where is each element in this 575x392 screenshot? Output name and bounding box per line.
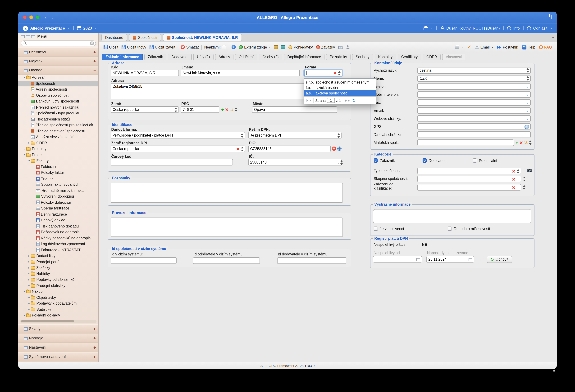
form-tab[interactable]: Certifikáty xyxy=(398,53,421,60)
document-tab[interactable]: Společnost: NEWLINK MORAVIA, S.R xyxy=(163,34,242,41)
sidebar-item[interactable]: ▸ Poptávky od zákazníků xyxy=(18,277,98,283)
form-tab[interactable]: Základní informace xyxy=(102,53,143,60)
sidebar-item[interactable]: ▸ GDPR xyxy=(18,140,98,146)
sidebar-item[interactable]: Bankovní účty společností xyxy=(18,98,98,104)
zoom-window-button[interactable] xyxy=(36,15,40,19)
category-checkbox[interactable] xyxy=(423,158,427,163)
collapse-panel-button[interactable]: « xyxy=(552,35,554,40)
stepper-icon[interactable] xyxy=(337,133,340,138)
dropdown-option[interactable]: s.r.o. společnost s ručením omezeným xyxy=(304,79,376,85)
stepper-icon[interactable] xyxy=(175,108,177,112)
info-button[interactable]: Info xyxy=(513,26,520,30)
category-checkbox[interactable] xyxy=(374,158,378,163)
camera-icon[interactable] xyxy=(527,169,532,172)
clear-icon[interactable] xyxy=(519,141,523,144)
sidebar-item[interactable]: ▸ Prodejní portál xyxy=(18,259,98,265)
category-expander[interactable]: + xyxy=(94,345,96,350)
mail-button[interactable] xyxy=(336,43,344,51)
sidebar-item[interactable]: ▸ Zakázky xyxy=(18,265,98,271)
search-icon[interactable] xyxy=(230,108,234,111)
last-page-button[interactable] xyxy=(348,99,350,102)
faq-button[interactable]: FAQ xyxy=(538,43,553,51)
sidebar-item[interactable]: Tisk daňového dokladu xyxy=(18,223,98,229)
external-sources-button[interactable]: Externí zdroje xyxy=(238,43,273,51)
sidebar-item[interactable]: Položky dobropisů xyxy=(18,199,98,205)
sidebar-item[interactable]: ▸ Produkty xyxy=(18,146,98,152)
sidebar-item[interactable]: Fakturace xyxy=(18,164,98,170)
sidebar-item[interactable]: Osoby u společností xyxy=(18,92,98,98)
sidebar-item[interactable]: ▸ Nabídky xyxy=(18,271,98,277)
stepper-icon[interactable] xyxy=(517,169,520,173)
contact-field[interactable] xyxy=(417,107,531,114)
prev-page-button[interactable] xyxy=(310,99,311,102)
refresh-icon[interactable]: ↻ xyxy=(352,98,356,103)
sidebar-item[interactable]: Tisk faktur xyxy=(18,175,98,181)
search-icon[interactable] xyxy=(524,141,528,144)
stepper-icon[interactable] xyxy=(241,133,244,138)
payables-button[interactable]: Závazky xyxy=(314,43,336,51)
sidebar-item[interactable]: ▸ Prodejní statistiky xyxy=(18,283,98,288)
clear-icon[interactable] xyxy=(512,177,515,181)
sidebar-item[interactable]: Položky faktur xyxy=(18,170,98,175)
category-expander[interactable]: + xyxy=(94,354,96,359)
contact-field[interactable] xyxy=(417,91,531,98)
calendar-icon[interactable] xyxy=(469,258,472,261)
add-icon[interactable] xyxy=(221,108,224,111)
sidebar-item[interactable]: ▾ Nákup xyxy=(18,288,98,294)
sidebar-item[interactable]: Přehled společností pro zasílací ak xyxy=(18,122,98,128)
contact-field[interactable]: CZK xyxy=(417,75,531,82)
category-expander[interactable]: + xyxy=(94,50,96,54)
sidebar-item[interactable]: Účetnictví + xyxy=(18,47,98,57)
current-user[interactable]: Dušan Koutný [ROOT] (Dusan) xyxy=(446,26,500,30)
skupina-input[interactable] xyxy=(417,176,521,182)
logout-button[interactable]: Odhlásit xyxy=(533,26,547,30)
sidebar-item[interactable]: Soupis faktur vydaných xyxy=(18,181,98,188)
rezim-dph-select[interactable]: Je předmětem DPH xyxy=(248,132,341,138)
poznamky-textarea[interactable] xyxy=(111,183,343,203)
first-page-button[interactable] xyxy=(306,99,308,102)
sidebar-category[interactable]: Nástroje + xyxy=(18,333,98,343)
zeme-registrace-select[interactable]: Česká republika xyxy=(111,146,245,152)
mlcenlivost-checkbox[interactable] xyxy=(448,226,452,231)
contact-field[interactable] xyxy=(417,139,514,146)
sidebar-item[interactable]: Daňový doklad xyxy=(18,217,98,223)
corner-close-text[interactable]: x xyxy=(553,369,555,373)
sidebar-search-input[interactable] xyxy=(21,41,96,46)
ic-input[interactable]: 25883143↓ xyxy=(248,159,341,166)
dic-input[interactable]: CZ25883143 xyxy=(248,146,331,152)
form-tab[interactable]: Oddělení xyxy=(235,53,257,60)
stepper-icon[interactable] xyxy=(241,147,244,151)
print-settings-icon[interactable] xyxy=(424,27,428,30)
contact-field[interactable] xyxy=(417,99,531,106)
provozni-textarea[interactable] xyxy=(111,218,343,237)
close-window-button[interactable] xyxy=(23,15,27,19)
contact-field[interactable] xyxy=(417,83,531,89)
vystrazne-textarea[interactable] xyxy=(373,209,531,223)
form-tab[interactable]: GDPR xyxy=(423,53,441,60)
id-odberatele-input[interactable] xyxy=(193,257,260,264)
id-cizi-input[interactable] xyxy=(111,257,177,264)
sidebar-item[interactable]: ▾ Obchod − xyxy=(18,65,98,75)
zeme-select[interactable]: Česká republika xyxy=(111,106,179,113)
inactive-checkbox[interactable] xyxy=(222,45,226,49)
jmeno-input[interactable]: NewLink Moravia, s.r.o. xyxy=(181,70,300,76)
stepper-icon[interactable] xyxy=(523,185,526,190)
clear-icon[interactable] xyxy=(225,108,228,111)
save-new-button[interactable]: Uložit+nový xyxy=(120,43,148,51)
typ-spolecnosti-input[interactable] xyxy=(417,168,521,174)
sidebar-item[interactable]: ▾ Faktury xyxy=(18,158,98,164)
id-dodavatele-input[interactable] xyxy=(277,257,346,264)
category-expander[interactable]: + xyxy=(94,59,96,64)
stepper-icon[interactable] xyxy=(527,68,529,73)
aktualizovano-input[interactable]: 26.11.2024 xyxy=(427,256,474,262)
info-button[interactable] xyxy=(230,43,238,51)
calendar-icon[interactable] xyxy=(416,258,420,261)
stepper-icon[interactable] xyxy=(338,71,341,75)
save-button[interactable]: Uložit xyxy=(102,43,120,51)
clear-icon[interactable] xyxy=(236,147,239,151)
category-expander[interactable]: + xyxy=(94,326,96,331)
document-tab[interactable]: Dashboard xyxy=(101,34,127,41)
stepper-icon[interactable] xyxy=(527,76,529,81)
share-icon[interactable] xyxy=(548,15,551,19)
psc-input[interactable]: 746 01 xyxy=(181,106,219,113)
